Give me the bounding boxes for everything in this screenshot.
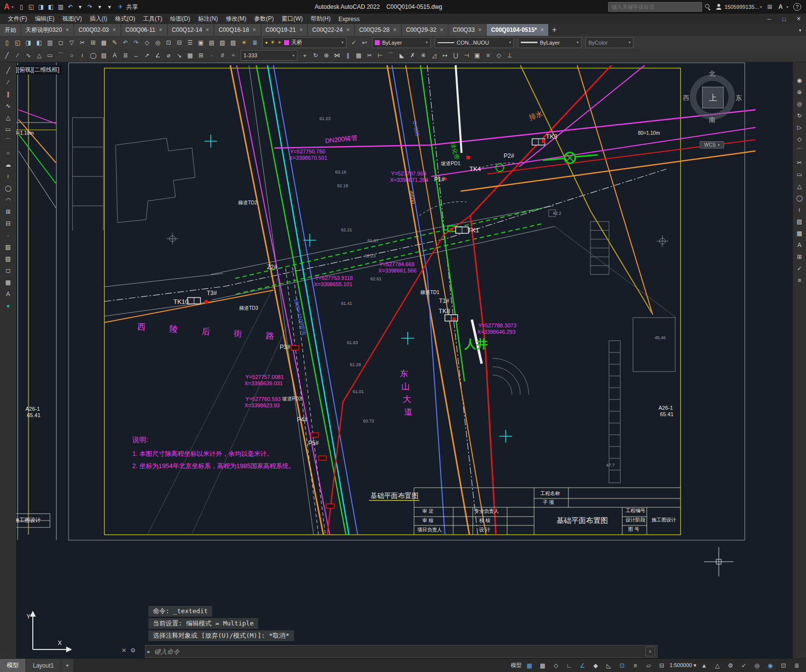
design-center-icon[interactable]: ▣ — [195, 37, 206, 48]
publish-icon[interactable]: ▽ — [66, 37, 77, 48]
wcs-arrow-icon[interactable]: ▾ — [718, 143, 720, 147]
dim-angular-icon[interactable]: ∠ — [152, 50, 163, 61]
move-icon[interactable]: ＋ — [299, 50, 310, 61]
command-scroll-up-icon[interactable]: ∧ — [645, 647, 655, 656]
workspace-gear-icon[interactable]: ⚙ — [724, 660, 737, 671]
layer-bulb-icon[interactable]: ● — [265, 40, 268, 45]
tab-close-icon[interactable]: ✕ — [478, 27, 482, 32]
zoom-previous-icon[interactable]: ⊟ — [174, 37, 185, 48]
menu-item-8[interactable]: 修改(M) — [222, 14, 250, 24]
clean-screen-icon[interactable]: ⊡ — [777, 660, 790, 671]
menu-item-6[interactable]: 绘图(D) — [166, 14, 194, 24]
file-tab-10[interactable]: C00Q33✕ — [448, 24, 487, 36]
draw-ellipse-arc-icon[interactable]: ◠ — [2, 194, 14, 206]
leader-icon[interactable]: ↘ — [174, 50, 185, 61]
menu-item-9[interactable]: 参数(P) — [250, 14, 278, 24]
qat-plot-icon[interactable]: ▥ — [56, 2, 66, 12]
autoscale-icon[interactable]: △ — [711, 660, 724, 671]
text-style-select[interactable]: 1-333 ▾ — [241, 50, 297, 61]
transparency-icon[interactable]: ▱ — [642, 660, 655, 671]
qat-redo-icon[interactable]: ↷ — [85, 2, 95, 12]
color-dropdown-arrow-icon[interactable]: ▾ — [424, 40, 428, 45]
file-tab-8[interactable]: C00Q25-28✕ — [355, 24, 402, 36]
draw-ellipse-icon[interactable]: ◯ — [2, 182, 14, 194]
draw-mline-icon[interactable]: ∥ — [2, 88, 14, 100]
new-tab-button[interactable]: + — [549, 24, 560, 36]
make-current-layer-icon[interactable]: ✓ — [348, 37, 359, 48]
help-icon[interactable]: ? — [793, 3, 801, 11]
draw-arc-icon[interactable]: ⌒ — [2, 135, 14, 147]
array-icon[interactable]: ▦ — [353, 50, 364, 61]
text-style-arrow-icon[interactable]: ▾ — [291, 53, 294, 58]
layer-previous-icon[interactable]: ↩ — [359, 37, 370, 48]
grid-icon[interactable]: ▦ — [523, 660, 536, 671]
snap-icon[interactable]: ▩ — [537, 660, 549, 671]
scale-select[interactable]: 1:500000 ▾ — [669, 660, 697, 671]
draw-mtext-icon[interactable]: A — [2, 288, 14, 300]
render-icon[interactable]: ☀ — [239, 37, 249, 48]
construction-line-icon[interactable]: ∕ — [12, 50, 23, 61]
maximize-button[interactable]: □ — [777, 14, 791, 24]
draw-table-icon[interactable]: ▦ — [2, 276, 14, 288]
draw-polyline-icon[interactable]: ∿ — [2, 100, 14, 112]
draw-spline-icon[interactable]: ≀ — [2, 171, 14, 182]
plotstyle-select[interactable]: ByColor ▾ — [586, 37, 634, 48]
linetype-dropdown-arrow-icon[interactable]: ▾ — [507, 40, 511, 45]
menu-item-0[interactable]: 文件(F) — [4, 14, 31, 24]
point-icon[interactable]: ∙ — [206, 50, 217, 61]
properties-icon[interactable]: ☰ — [185, 37, 195, 48]
model-tab[interactable]: 模型 — [0, 659, 26, 672]
mtext-icon[interactable]: ≣ — [120, 50, 131, 61]
graphics-performance-icon[interactable]: ◉ — [764, 660, 777, 671]
save-as-icon[interactable]: ◧ — [34, 37, 45, 48]
tab-close-icon[interactable]: ✕ — [393, 27, 397, 32]
draw-point-icon[interactable]: ∙ — [2, 229, 14, 241]
customize-icon[interactable]: ≣ — [790, 660, 803, 671]
plot-preview-icon[interactable]: ◻ — [55, 37, 66, 48]
osnap-icon[interactable]: ⊡ — [616, 660, 629, 671]
file-tab-7[interactable]: C00Q22-24✕ — [308, 24, 355, 36]
command-customize-icon[interactable]: ⚙ — [130, 647, 136, 654]
qat-open-icon[interactable]: ◱ — [26, 2, 36, 12]
tab-close-icon[interactable]: ✕ — [159, 27, 163, 32]
account-name[interactable]: 1505999135... — [725, 4, 759, 10]
ellipse-icon[interactable]: ◯ — [88, 50, 98, 61]
selection-cycling-icon[interactable]: ⊟ — [656, 660, 668, 671]
nav-showmotion-icon[interactable]: ▷ — [794, 122, 806, 133]
compass-north-label[interactable]: 北 — [709, 70, 715, 78]
polygon-icon[interactable]: △ — [34, 50, 45, 61]
mod-hatch-icon[interactable]: ▨ — [794, 216, 806, 227]
undo-icon[interactable]: ↶ — [120, 37, 131, 48]
qat-menu-icon[interactable]: ▾ — [105, 2, 115, 12]
layer-lock-icon[interactable]: ✦ — [277, 40, 281, 45]
zoom-window-icon[interactable]: ⊡ — [163, 37, 174, 48]
wcs-selector[interactable]: WCS ▾ — [700, 141, 724, 149]
annotation-visibility-icon[interactable]: ▲ — [698, 660, 710, 671]
annotation-monitor-icon[interactable]: ✓ — [737, 660, 750, 671]
draw-region-icon[interactable]: ◻ — [2, 265, 14, 276]
minimize-button[interactable]: ─ — [762, 14, 777, 24]
copy-clip-icon[interactable]: ⊞ — [88, 37, 98, 48]
search-icon[interactable] — [703, 2, 713, 12]
autocad-app-button[interactable]: A — [3, 2, 11, 11]
paste-icon[interactable]: ▩ — [98, 37, 109, 48]
make-block-icon[interactable]: ⊟ — [2, 218, 14, 229]
rectangle-icon[interactable]: ▭ — [45, 50, 55, 61]
compass-east-label[interactable]: 东 — [735, 94, 742, 102]
infer-constraints-icon[interactable]: ◇ — [550, 660, 562, 671]
dim-linear-icon[interactable]: ↔ — [131, 50, 142, 61]
divide-icon[interactable]: ÷ — [228, 50, 239, 61]
mod-polygon-icon[interactable]: △ — [794, 180, 806, 192]
menu-item-12[interactable]: Express — [335, 14, 364, 24]
mod-ellipse-icon[interactable]: ◯ — [794, 192, 806, 204]
account-arrow-icon[interactable]: ▾ — [760, 5, 764, 9]
line-icon[interactable]: ╱ — [1, 50, 12, 61]
dim-radius-icon[interactable]: ⌀ — [163, 50, 174, 61]
draw-line-icon[interactable]: ╱ — [2, 65, 14, 76]
hatch-icon[interactable]: ▨ — [98, 50, 109, 61]
qat-undo-arrow-icon[interactable]: ▾ — [75, 2, 85, 12]
polar-icon[interactable]: ∠ — [576, 660, 589, 671]
qat-new-icon[interactable]: ▯ — [17, 2, 26, 12]
qnew-icon[interactable]: ▯ — [1, 37, 12, 48]
lineweight-select[interactable]: ByLayer ▾ — [518, 37, 582, 48]
